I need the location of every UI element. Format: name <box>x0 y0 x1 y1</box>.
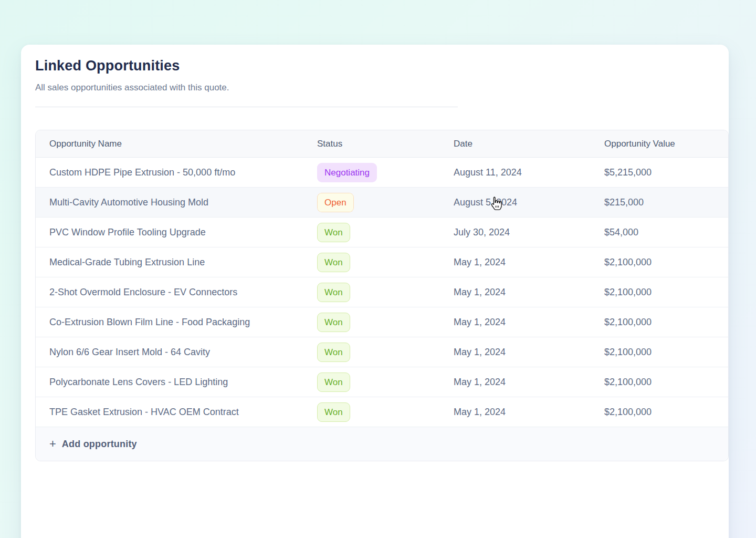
table-body: Custom HDPE Pipe Extrusion - 50,000 ft/m… <box>36 158 728 427</box>
page-title: Linked Opportunities <box>35 58 729 74</box>
status-badge: Won <box>317 283 350 302</box>
status-badge: Won <box>317 402 350 422</box>
linked-opportunities-card: Linked Opportunities All sales opportuni… <box>21 45 729 538</box>
date-cell: May 1, 2024 <box>454 317 604 328</box>
value-cell: $2,100,000 <box>604 257 715 268</box>
value-cell: $54,000 <box>604 227 715 238</box>
column-header-opportunity-name: Opportunity Name <box>49 139 317 149</box>
value-cell: $2,100,000 <box>604 287 715 298</box>
opportunity-name-cell: PVC Window Profile Tooling Upgrade <box>49 227 317 238</box>
status-badge: Negotiating <box>317 163 377 182</box>
value-cell: $2,100,000 <box>604 407 715 418</box>
value-cell: $5,215,000 <box>604 167 715 178</box>
column-header-status: Status <box>317 139 454 149</box>
table-row[interactable]: Multi-Cavity Automotive Housing Mold Ope… <box>36 188 728 218</box>
status-cell: Won <box>317 223 454 242</box>
value-cell: $2,100,000 <box>604 377 715 388</box>
opportunity-name-cell: 2-Shot Overmold Enclosure - EV Connector… <box>49 287 317 298</box>
column-header-opportunity-value: Opportunity Value <box>604 139 715 149</box>
opportunity-name-cell: Multi-Cavity Automotive Housing Mold <box>49 197 317 208</box>
opportunity-name-cell: Polycarbonate Lens Covers - LED Lighting <box>49 377 317 388</box>
table-header-row: Opportunity Name Status Date Opportunity… <box>36 130 728 158</box>
status-cell: Won <box>317 253 454 272</box>
status-badge: Won <box>317 253 350 272</box>
value-cell: $215,000 <box>604 197 715 208</box>
table-row[interactable]: Co-Extrusion Blown Film Line - Food Pack… <box>36 307 728 337</box>
plus-icon: + <box>49 438 56 450</box>
status-cell: Won <box>317 313 454 332</box>
date-cell: August 5, 2024 <box>454 197 604 208</box>
opportunities-table: Opportunity Name Status Date Opportunity… <box>35 130 729 461</box>
table-row[interactable]: PVC Window Profile Tooling Upgrade Won J… <box>36 218 728 247</box>
date-cell: May 1, 2024 <box>454 377 604 388</box>
divider <box>35 107 458 107</box>
date-cell: August 11, 2024 <box>454 167 604 178</box>
status-badge: Won <box>317 223 350 242</box>
status-badge: Won <box>317 313 350 332</box>
status-badge: Won <box>317 343 350 362</box>
status-cell: Negotiating <box>317 163 454 182</box>
date-cell: July 30, 2024 <box>454 227 604 238</box>
value-cell: $2,100,000 <box>604 317 715 328</box>
status-cell: Won <box>317 343 454 362</box>
table-row[interactable]: 2-Shot Overmold Enclosure - EV Connector… <box>36 277 728 307</box>
table-row[interactable]: Nylon 6/6 Gear Insert Mold - 64 Cavity W… <box>36 337 728 367</box>
date-cell: May 1, 2024 <box>454 347 604 358</box>
opportunity-name-cell: Custom HDPE Pipe Extrusion - 50,000 ft/m… <box>49 167 317 178</box>
table-row[interactable]: Medical-Grade Tubing Extrusion Line Won … <box>36 247 728 277</box>
table-row[interactable]: Custom HDPE Pipe Extrusion - 50,000 ft/m… <box>36 158 728 188</box>
date-cell: May 1, 2024 <box>454 287 604 298</box>
table-row[interactable]: Polycarbonate Lens Covers - LED Lighting… <box>36 367 728 397</box>
status-badge: Open <box>317 193 354 212</box>
opportunity-name-cell: TPE Gasket Extrusion - HVAC OEM Contract <box>49 407 317 418</box>
status-badge: Won <box>317 373 350 392</box>
add-opportunity-button[interactable]: + Add opportunity <box>36 427 728 461</box>
page-subtitle: All sales opportunities associated with … <box>35 82 729 93</box>
status-cell: Won <box>317 402 454 422</box>
table-row[interactable]: TPE Gasket Extrusion - HVAC OEM Contract… <box>36 397 728 427</box>
add-opportunity-label: Add opportunity <box>62 439 137 450</box>
opportunity-name-cell: Co-Extrusion Blown Film Line - Food Pack… <box>49 317 317 328</box>
value-cell: $2,100,000 <box>604 347 715 358</box>
date-cell: May 1, 2024 <box>454 257 604 268</box>
date-cell: May 1, 2024 <box>454 407 604 418</box>
status-cell: Won <box>317 283 454 302</box>
column-header-date: Date <box>454 139 604 149</box>
status-cell: Open <box>317 193 454 212</box>
opportunity-name-cell: Nylon 6/6 Gear Insert Mold - 64 Cavity <box>49 347 317 358</box>
opportunity-name-cell: Medical-Grade Tubing Extrusion Line <box>49 257 317 268</box>
status-cell: Won <box>317 373 454 392</box>
